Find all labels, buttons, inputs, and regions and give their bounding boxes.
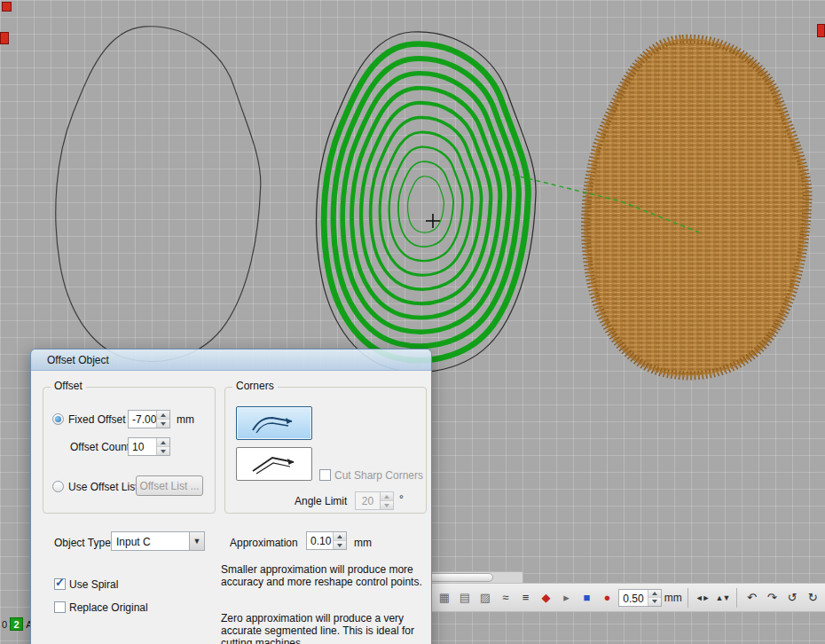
replace-original-label: Replace Original (69, 601, 148, 614)
offset-shape[interactable] (317, 32, 537, 373)
offset-count-spin-buttons[interactable] (156, 438, 169, 455)
offset-group: Offset Fixed Offset -7.00 mm Offset Coun… (43, 387, 216, 514)
fixed-offset-value[interactable]: -7.00 (129, 411, 156, 428)
offset-count-value[interactable]: 10 (129, 438, 156, 455)
fixed-offset-spinner[interactable]: -7.00 (128, 410, 170, 428)
fixed-offset-spin-buttons[interactable] (156, 411, 169, 428)
outline-width-value[interactable]: 0.50 (619, 590, 647, 606)
canvas-workspace: 0 2 A=-14 ▦ ▤ ▨ ≈ ≡ ◆ ▸ ■ ● 0.50 mm ◄► ▲… (0, 0, 825, 644)
cut-sharp-corners-label: Cut Sharp Corners (334, 469, 423, 482)
angle-limit-value: 20 (356, 492, 380, 509)
spin-up-button[interactable] (381, 492, 393, 501)
start-marker-icon[interactable]: ◆ (538, 588, 555, 607)
red-marker-left[interactable] (0, 32, 9, 44)
use-offset-list-radio[interactable] (52, 481, 64, 492)
dialog-body: Offset Fixed Offset -7.00 mm Offset Coun… (31, 371, 431, 644)
red-marker-right[interactable] (817, 24, 825, 37)
status-badge: 2 (10, 617, 23, 631)
spin-down-button[interactable] (381, 501, 393, 509)
rounded-corner-icon (246, 411, 302, 436)
mirror-horizontal-icon[interactable]: ◄► (694, 588, 711, 607)
chevron-down-icon[interactable]: ▼ (189, 532, 204, 550)
dialog-title: Offset Object (47, 354, 109, 366)
use-spiral-checkbox[interactable] (54, 578, 66, 590)
rounded-corner-button[interactable] (236, 406, 312, 440)
stitched-shape[interactable] (585, 39, 807, 376)
connector-icon[interactable]: ▸ (558, 588, 576, 607)
replace-original-checkbox[interactable] (54, 601, 66, 613)
fixed-offset-unit: mm (177, 413, 194, 426)
rotate-left-icon[interactable]: ↶ (742, 588, 760, 607)
use-spiral-label: Use Spiral (69, 578, 118, 591)
red-marker-top-left[interactable] (2, 2, 12, 12)
fixed-offset-label: Fixed Offset (68, 413, 125, 426)
outline-width-unit: mm (664, 592, 682, 604)
grid-icon[interactable]: ▦ (436, 588, 453, 607)
density-icon[interactable]: ≈ (497, 588, 515, 607)
entry-point-icon[interactable]: ■ (578, 588, 595, 607)
bottom-toolbar: ▦ ▤ ▨ ≈ ≡ ◆ ▸ ■ ● 0.50 mm ◄► ▲▼ ↶ ↷ ↺ ↻ (432, 583, 825, 612)
angle-limit-spinner[interactable]: 20 (355, 491, 394, 510)
spin-up-button[interactable] (157, 411, 169, 420)
spin-down-button[interactable] (157, 447, 169, 455)
object-type-label: Object Type (54, 537, 111, 549)
undo-icon[interactable]: ↺ (783, 588, 801, 607)
spin-down-button[interactable] (648, 598, 661, 606)
exit-point-icon[interactable]: ● (598, 588, 616, 607)
dialog-titlebar[interactable]: Offset Object (31, 349, 431, 371)
angle-limit-spin-buttons[interactable] (380, 492, 393, 509)
corners-group: Corners Cut Sharp Corne (224, 387, 427, 514)
corners-group-label: Corners (232, 380, 278, 392)
redo-icon[interactable]: ↻ (804, 588, 821, 607)
sharp-corner-icon (246, 452, 302, 476)
approximation-spin-buttons[interactable] (333, 532, 346, 549)
fixed-offset-radio[interactable] (52, 413, 64, 425)
offset-list-button[interactable]: Offset List ... (136, 475, 203, 496)
approximation-label: Approximation (230, 537, 298, 549)
sharp-corner-button[interactable] (236, 447, 312, 481)
status-left-value: 0 (2, 619, 7, 630)
toolbar-separator (688, 588, 688, 608)
rotate-right-icon[interactable]: ↷ (763, 588, 781, 607)
spin-down-button[interactable] (334, 541, 346, 549)
cut-sharp-corners-checkbox[interactable] (319, 469, 331, 481)
approximation-note-1: Smaller approximation will produce more … (221, 563, 423, 588)
horizontal-scrollbar-thumb[interactable] (424, 573, 493, 582)
object-type-dropdown[interactable]: Input C ▼ (111, 531, 205, 551)
offset-list-button-label: Offset List ... (139, 480, 199, 492)
outline-width-spin-buttons[interactable] (648, 590, 661, 606)
spin-down-button[interactable] (157, 420, 169, 428)
outline-shape[interactable] (56, 27, 261, 362)
sequence-icon[interactable]: ≡ (517, 588, 535, 607)
table-icon[interactable]: ▤ (456, 588, 474, 607)
mirror-vertical-icon[interactable]: ▲▼ (714, 588, 732, 607)
object-type-value[interactable]: Input C (112, 532, 189, 550)
offset-group-label: Offset (51, 380, 86, 392)
approximation-value[interactable]: 0.10 (307, 532, 333, 549)
outline-width-spinner[interactable]: 0.50 (618, 589, 661, 607)
offset-count-label: Offset Count (70, 441, 130, 453)
offset-count-spinner[interactable]: 10 (128, 437, 170, 456)
spin-up-button[interactable] (157, 438, 169, 447)
use-offset-list-label: Use Offset List (68, 481, 138, 493)
offset-object-dialog: Offset Object Offset Fixed Offset -7.00 … (30, 349, 432, 644)
toolbar-separator (736, 588, 737, 608)
approximation-note-2: Zero approximation will produce a very a… (221, 612, 423, 644)
spin-up-button[interactable] (334, 532, 346, 541)
hatch-icon[interactable]: ▨ (476, 588, 494, 607)
angle-limit-label: Angle Limit (295, 495, 347, 507)
spin-up-button[interactable] (648, 590, 661, 599)
approximation-unit: mm (354, 537, 372, 549)
angle-limit-unit: ° (399, 493, 404, 506)
approximation-spinner[interactable]: 0.10 (306, 531, 347, 550)
